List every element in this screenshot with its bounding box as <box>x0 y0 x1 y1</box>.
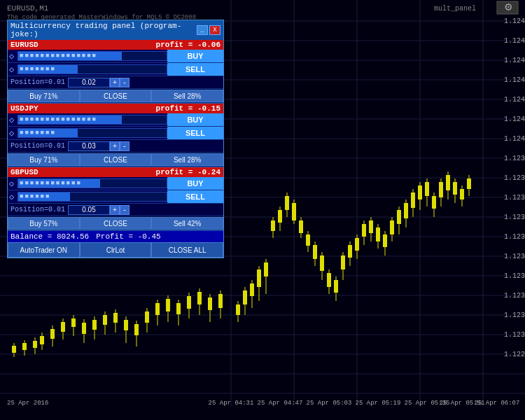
gbpusd-buy-diamond: ◇ <box>8 178 18 189</box>
svg-text:25 Apr 05:03: 25 Apr 05:03 <box>307 400 352 406</box>
svg-rect-66 <box>376 227 380 241</box>
usdjpy-buy-button[interactable]: BUY <box>167 113 223 126</box>
panel-close-button[interactable]: X <box>209 25 220 35</box>
usdjpy-block: USDJPY profit = -0.15 ◇ ■■■■■■■■■■■■■■■ … <box>8 104 223 167</box>
gbpusd-position-label: Position=0.01 <box>8 206 68 214</box>
svg-text:1.12420: 1.12420 <box>504 96 525 104</box>
autotrader-button[interactable]: AutoTrader ON <box>8 242 80 258</box>
usdjpy-position-row: Position=0.01 + - <box>8 140 223 153</box>
gbpusd-buy-row: ◇ ■■■■■■■■■■■■ BUY <box>8 177 223 190</box>
svg-rect-42 <box>292 203 296 220</box>
panel-header: Multicurrency trading panel (program-jok… <box>8 20 223 40</box>
usdjpy-position-label: Position=0.01 <box>8 142 68 150</box>
gbpusd-sell-diamond: ◇ <box>8 192 18 202</box>
usdjpy-sell-row: ◇ ■■■■■■■ SELL <box>8 127 223 140</box>
svg-rect-120 <box>176 303 181 314</box>
svg-text:1.12390: 1.12390 <box>504 155 525 162</box>
eurusd-close-button[interactable]: CLOSE <box>80 90 152 102</box>
eurusd-profit: profit = -0.06 <box>156 41 220 49</box>
svg-rect-74 <box>404 203 408 218</box>
svg-rect-122 <box>187 296 191 309</box>
usdjpy-sell-button[interactable]: SELL <box>167 127 223 139</box>
svg-text:1.12350: 1.12350 <box>504 233 525 241</box>
svg-rect-70 <box>390 220 394 234</box>
svg-text:⚙: ⚙ <box>504 1 513 13</box>
usdjpy-buy-bar-fill: ■■■■■■■■■■■■■■■ <box>18 115 122 124</box>
gbpusd-sell-button[interactable]: SELL <box>167 190 223 203</box>
svg-rect-68 <box>383 234 387 247</box>
usdjpy-profit: profit = -0.15 <box>156 104 220 113</box>
usdjpy-buy-bar: ■■■■■■■■■■■■■■■ <box>18 115 167 125</box>
svg-rect-50 <box>320 255 324 271</box>
gbpusd-lot-input[interactable] <box>68 205 110 215</box>
eurusd-action-row: Buy 71% CLOSE Sell 28% <box>8 89 223 103</box>
gbpusd-buy-pct-button[interactable]: Buy 57% <box>8 217 80 230</box>
svg-text:1.12440: 1.12440 <box>504 57 525 64</box>
svg-rect-72 <box>397 210 401 224</box>
gbpusd-buy-button[interactable]: BUY <box>167 177 223 190</box>
svg-rect-90 <box>460 189 464 200</box>
usdjpy-header: USDJPY profit = -0.15 <box>8 104 223 113</box>
gbpusd-name: GBPUSD <box>10 168 38 176</box>
svg-text:1.12410: 1.12410 <box>504 115 525 123</box>
gbpusd-plus-button[interactable]: + <box>110 205 120 215</box>
eurusd-sell-pct-button[interactable]: Sell 28% <box>151 90 223 102</box>
eurusd-sell-diamond: ◇ <box>8 64 18 75</box>
svg-rect-110 <box>124 320 128 330</box>
usdjpy-minus-button[interactable]: - <box>120 141 130 151</box>
eurusd-plus-button[interactable]: + <box>110 78 120 88</box>
svg-rect-106 <box>103 315 107 325</box>
svg-rect-92 <box>467 178 471 189</box>
usdjpy-sell-bar-fill: ■■■■■■■ <box>18 129 78 137</box>
svg-rect-38 <box>278 210 282 223</box>
close-all-button[interactable]: CLOSE ALL <box>151 242 223 258</box>
minimize-button[interactable]: _ <box>197 25 208 35</box>
usdjpy-plus-button[interactable]: + <box>110 141 120 151</box>
eurusd-buy-diamond: ◇ <box>8 51 18 62</box>
eurusd-buy-pct-button[interactable]: Buy 71% <box>8 90 80 102</box>
svg-rect-124 <box>197 292 202 304</box>
panel-title: Multicurrency trading panel (program-jok… <box>10 22 197 38</box>
svg-rect-48 <box>313 245 317 259</box>
eurusd-sell-button[interactable]: SELL <box>167 63 223 76</box>
usdjpy-sell-pct-button[interactable]: Sell 28% <box>151 153 223 166</box>
svg-text:1.12450: 1.12450 <box>504 37 525 45</box>
svg-rect-108 <box>113 313 118 323</box>
svg-rect-26 <box>236 304 240 315</box>
svg-rect-96 <box>50 329 55 339</box>
usdjpy-buy-pct-button[interactable]: Buy 71% <box>8 153 80 166</box>
svg-rect-88 <box>453 182 457 195</box>
svg-text:1.12300: 1.12300 <box>504 331 525 339</box>
svg-rect-112 <box>134 324 139 335</box>
svg-text:25 Apr 04:31: 25 Apr 04:31 <box>209 400 254 406</box>
svg-rect-80 <box>425 182 429 196</box>
svg-text:1.12380: 1.12380 <box>504 174 525 182</box>
svg-rect-46 <box>306 234 310 246</box>
gbpusd-sell-pct-button[interactable]: Sell 42% <box>151 217 223 230</box>
svg-rect-64 <box>369 220 373 233</box>
gbpusd-minus-button[interactable]: - <box>120 205 130 215</box>
svg-rect-116 <box>155 303 160 315</box>
gbpusd-buy-bar-fill: ■■■■■■■■■■■■ <box>18 179 100 188</box>
usdjpy-lot-input[interactable] <box>68 141 110 151</box>
usdjpy-buy-row: ◇ ■■■■■■■■■■■■■■■ BUY <box>8 113 223 127</box>
svg-rect-34 <box>264 262 268 276</box>
svg-text:25 Apr 04:47: 25 Apr 04:47 <box>258 400 303 406</box>
eurusd-lot-input[interactable] <box>68 78 110 88</box>
eurusd-buy-button[interactable]: BUY <box>167 50 223 62</box>
gbpusd-profit: profit = -0.24 <box>156 168 220 176</box>
clrlot-button[interactable]: ClrLot <box>80 242 152 258</box>
svg-rect-84 <box>439 182 443 197</box>
usdjpy-sell-diamond: ◇ <box>8 128 18 139</box>
svg-text:1.12370: 1.12370 <box>504 194 525 202</box>
gbpusd-close-button[interactable]: CLOSE <box>80 217 152 230</box>
gbpusd-position-row: Position=0.01 + - <box>8 204 223 216</box>
svg-text:EURUSD,M1: EURUSD,M1 <box>7 4 49 13</box>
eurusd-buy-row: ◇ ■■■■■■■■■■■■■■■ BUY <box>8 50 223 63</box>
svg-rect-28 <box>243 290 247 304</box>
gbpusd-sell-bar: ■■■■■■ <box>18 192 167 202</box>
usdjpy-close-button[interactable]: CLOSE <box>80 153 152 166</box>
svg-rect-130 <box>12 346 16 353</box>
svg-rect-56 <box>341 255 345 270</box>
eurusd-minus-button[interactable]: - <box>120 78 130 88</box>
